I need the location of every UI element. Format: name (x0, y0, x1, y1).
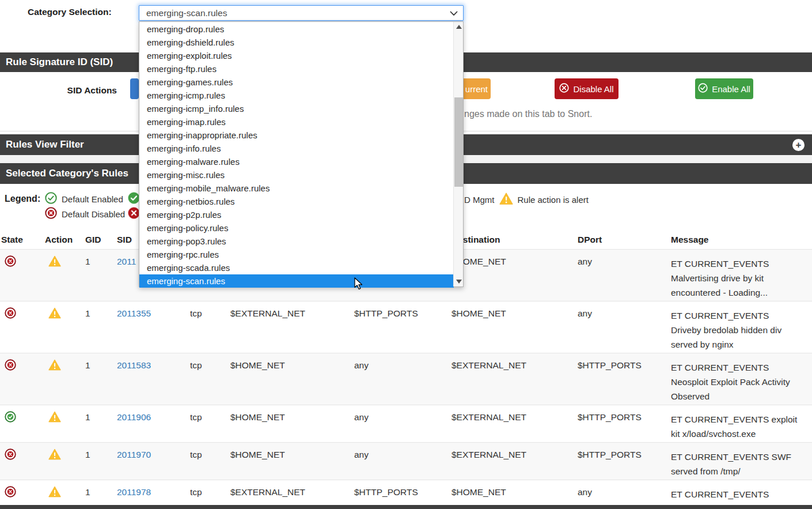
dropdown-option[interactable]: emerging-dshield.rules (139, 36, 454, 49)
disable-all-button[interactable]: Disable All (555, 78, 619, 99)
legend-default-disabled-label: Default Disabled (62, 209, 125, 219)
sport-cell: any (354, 353, 451, 405)
sid-link[interactable]: 2011583 (117, 360, 151, 370)
destination-cell: $EXTERNAL_NET (451, 353, 573, 405)
dropdown-option[interactable]: emerging-p2p.rules (139, 208, 454, 221)
state-disabled-icon[interactable] (5, 255, 16, 269)
dropdown-scrollbar[interactable] (453, 22, 463, 286)
table-row: 1 2011906 tcp $HOME_NET any $EXTERNAL_NE… (0, 405, 812, 442)
category-selection-label: Category Selection: (28, 7, 112, 17)
sid-link[interactable]: 2011355 (117, 308, 151, 318)
message-cell: ET CURRENT_EVENTS Driveby bredolab hidde… (668, 301, 800, 353)
state-disabled-icon[interactable] (5, 307, 16, 321)
header-destination: Destination (451, 235, 573, 245)
source-cell: $HOME_NET (230, 405, 354, 442)
bottom-section-bar (0, 505, 812, 509)
dport-cell: $HTTP_PORTS (573, 405, 668, 442)
dropdown-option[interactable]: emerging-games.rules (139, 76, 454, 89)
dropdown-option[interactable]: emerging-policy.rules (139, 221, 454, 235)
dropdown-option[interactable]: emerging-icmp.rules (139, 89, 454, 102)
disabled-ring-x-icon (45, 207, 57, 221)
header-message: Message (668, 232, 800, 247)
category-options: emerging-drop.rules emerging-dshield.rul… (139, 22, 454, 288)
header-state: State (0, 235, 40, 245)
partial-blue-button[interactable] (130, 78, 139, 99)
gid-cell: 1 (81, 405, 114, 442)
sid-link[interactable]: 2011978 (117, 487, 151, 497)
dropdown-option[interactable]: emerging-rpc.rules (139, 248, 454, 261)
alert-action-icon[interactable] (48, 255, 61, 269)
enable-all-button[interactable]: Enable All (695, 78, 753, 99)
dropdown-option[interactable]: emerging-imap.rules (139, 115, 454, 129)
dport-cell: $HTTP_PORTS (573, 353, 668, 405)
table-row: 1 2011978 tcp $EXTERNAL_NET $HTTP_PORTS … (0, 480, 812, 506)
gid-cell: 1 (81, 301, 114, 353)
alert-note: Rule action is alert (518, 195, 589, 205)
category-select-value: emerging-scan.rules (139, 8, 450, 18)
dropdown-option[interactable]: emerging-netbios.rules (139, 195, 454, 208)
legend-default-enabled-label: Default Enabled (62, 194, 123, 204)
legend-default-enabled: Default Enabled (45, 192, 123, 206)
dropdown-option[interactable]: emerging-info.rules (139, 142, 454, 155)
scrollbar-down-arrow[interactable] (454, 277, 464, 286)
expand-plus-icon[interactable]: + (792, 139, 805, 151)
dropdown-option[interactable]: emerging-malware.rules (139, 155, 454, 168)
state-disabled-icon[interactable] (5, 359, 16, 373)
sport-cell: any (354, 405, 451, 442)
scrollbar-up-arrow[interactable] (454, 22, 464, 32)
circle-check-icon (698, 83, 708, 95)
rules-view-filter-title: Rules View Filter (6, 139, 84, 150)
proto-cell: tcp (190, 405, 230, 442)
sid-link[interactable]: 2011906 (117, 412, 151, 422)
snort-rules-page: Category Selection: Rule Signature ID (S… (0, 0, 812, 509)
mouse-cursor (354, 277, 363, 292)
legend-enabled-solid (128, 192, 140, 206)
state-disabled-icon[interactable] (5, 486, 16, 500)
dropdown-option[interactable]: emerging-exploit.rules (139, 49, 454, 62)
message-cell: ET CURRENT_EVENTS SWF served from /tmp/ (668, 443, 800, 480)
destination-cell: $EXTERNAL_NET (451, 405, 573, 442)
sport-cell: $HTTP_PORTS (354, 301, 451, 353)
alert-action-icon[interactable] (48, 448, 61, 462)
dropdown-option[interactable]: emerging-mobile_malware.rules (139, 182, 454, 195)
state-disabled-icon[interactable] (5, 448, 16, 462)
dropdown-option[interactable]: emerging-pop3.rules (139, 235, 454, 248)
category-dropdown-list: emerging-drop.rules emerging-dshield.rul… (139, 21, 464, 287)
state-enabled-icon[interactable] (5, 411, 16, 425)
apply-note: nges made on this tab to Snort. (464, 109, 592, 119)
alert-action-icon[interactable] (48, 411, 61, 425)
dropdown-option[interactable]: emerging-icmp_info.rules (139, 102, 454, 115)
alert-action-icon[interactable] (48, 359, 61, 373)
source-cell: $EXTERNAL_NET (230, 301, 354, 353)
category-select[interactable]: emerging-scan.rules (139, 5, 464, 21)
dport-cell: any (573, 301, 668, 353)
legend-label: Legend: (5, 194, 40, 204)
destination-cell: $HOME_NET (451, 250, 573, 301)
dropdown-option[interactable]: emerging-drop.rules (139, 22, 454, 36)
scrollbar-thumb[interactable] (454, 97, 463, 187)
dropdown-option[interactable]: emerging-ftp.rules (139, 62, 454, 76)
enabled-ring-check-icon (45, 192, 57, 206)
dropdown-option[interactable]: emerging-misc.rules (139, 168, 454, 182)
dropdown-option-selected[interactable]: emerging-scan.rules (139, 274, 454, 288)
proto-cell: tcp (190, 353, 230, 405)
message-cell: ET CURRENT_EVENTS Neosploit Exploit Pack… (668, 353, 800, 405)
alert-action-icon[interactable] (48, 486, 61, 500)
dport-cell: $HTTP_PORTS (573, 443, 668, 480)
circle-x-icon (559, 83, 569, 95)
proto-cell: tcp (190, 301, 230, 353)
legend-default-disabled: Default Disabled (45, 207, 125, 221)
dropdown-option[interactable]: emerging-scada.rules (139, 261, 454, 274)
destination-cell: $EXTERNAL_NET (451, 443, 573, 480)
partial-orange-button-label: urrent (465, 84, 488, 94)
warning-triangle-icon (499, 193, 513, 206)
header-action: Action (40, 235, 81, 245)
table-row: 1 2011970 tcp $HOME_NET any $EXTERNAL_NE… (0, 442, 812, 480)
header-gid: GID (81, 235, 114, 245)
sid-link[interactable]: 2011970 (117, 450, 151, 459)
destination-cell: $HOME_NET (451, 301, 573, 353)
gid-cell: 1 (81, 250, 114, 301)
dropdown-option[interactable]: emerging-inappropriate.rules (139, 129, 454, 142)
alert-action-icon[interactable] (48, 307, 61, 321)
sid-link[interactable]: 2011 (117, 257, 136, 266)
